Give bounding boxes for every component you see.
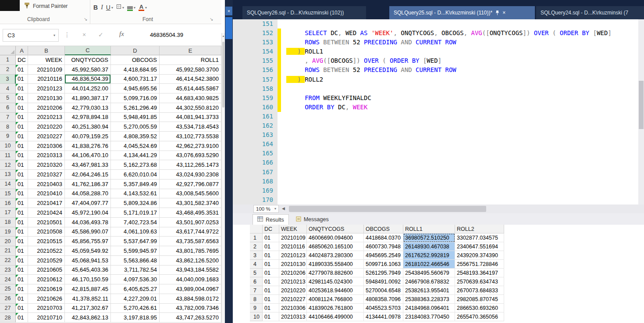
line-number[interactable]: 155 bbox=[233, 56, 278, 65]
results-cell[interactable]: 20210213 bbox=[279, 277, 307, 286]
code-line[interactable]: 152 SELECT DC, WED AS 'WEEK', ONQTYCOGS,… bbox=[233, 29, 644, 38]
row-header[interactable]: 22 bbox=[0, 256, 16, 266]
code-line[interactable]: 164 bbox=[233, 140, 644, 149]
column-header-A[interactable]: A bbox=[16, 46, 28, 55]
cell[interactable]: 01 bbox=[16, 103, 28, 113]
cell[interactable]: 3,711,782.54 bbox=[111, 266, 160, 275]
enter-icon[interactable]: ✓ bbox=[98, 31, 103, 38]
row-header[interactable]: 4 bbox=[0, 84, 16, 93]
cell[interactable]: 01 bbox=[16, 256, 28, 266]
cell[interactable]: 20210130 bbox=[28, 93, 65, 103]
results-cell[interactable]: 24667908.678832 bbox=[403, 277, 455, 286]
cell[interactable]: 20210605 bbox=[28, 266, 65, 275]
cell[interactable]: 20210522 bbox=[28, 246, 65, 256]
cell[interactable]: 44,040,009.1683 bbox=[160, 275, 221, 284]
cell[interactable]: 20210109 bbox=[28, 65, 65, 75]
line-number[interactable]: 165 bbox=[233, 149, 278, 158]
line-number[interactable]: 157 bbox=[233, 75, 278, 84]
cell[interactable]: 01 bbox=[16, 218, 28, 227]
results-cell[interactable]: 44024873.280300 bbox=[307, 251, 364, 260]
results-column-header-ROLL1[interactable]: ROLL1 bbox=[403, 225, 455, 233]
results-cell[interactable]: 20210206 bbox=[279, 269, 307, 277]
cell[interactable]: 4,061,109.63 bbox=[111, 227, 160, 237]
results-cell[interactable]: 01 bbox=[263, 233, 279, 242]
cell[interactable]: 01 bbox=[16, 313, 28, 323]
cell[interactable]: 20210220 bbox=[28, 122, 65, 132]
results-row-number[interactable]: 5 bbox=[250, 269, 263, 277]
row-header[interactable]: 15 bbox=[0, 189, 16, 199]
results-cell[interactable]: 20210313 bbox=[279, 312, 307, 321]
column-header-E[interactable]: E bbox=[160, 46, 221, 55]
results-cell[interactable]: 25438495.560679 bbox=[403, 269, 455, 277]
cell[interactable]: 20210313 bbox=[28, 151, 65, 161]
results-row-number[interactable]: 8 bbox=[250, 295, 263, 304]
cell[interactable]: 5,099,716.09 bbox=[111, 93, 160, 103]
tab-results[interactable]: Results bbox=[253, 214, 289, 225]
cell[interactable]: 44,106,470.10 bbox=[65, 151, 111, 161]
cell[interactable]: 01 bbox=[16, 304, 28, 313]
cell[interactable]: 47,404,097.77 bbox=[65, 198, 111, 208]
horizontal-scrollbar-thumb[interactable] bbox=[289, 206, 486, 212]
cell[interactable]: 5,162,273.68 bbox=[111, 160, 160, 170]
code-line[interactable]: 168 bbox=[233, 177, 644, 186]
cell[interactable]: 6,405,625.27 bbox=[111, 284, 160, 294]
results-row-number[interactable]: 1 bbox=[250, 233, 263, 242]
cell[interactable]: 4,808,359.52 bbox=[111, 132, 160, 141]
row-header[interactable]: 26 bbox=[0, 294, 16, 304]
results-row-number[interactable]: 6 bbox=[250, 277, 263, 286]
results-cell[interactable]: 2556751.728846 bbox=[455, 260, 504, 269]
cell[interactable]: 01 bbox=[16, 198, 28, 208]
clipboard-dialog-launcher-icon[interactable]: ↘ bbox=[84, 17, 87, 22]
results-cell[interactable]: 44106466.499000 bbox=[307, 312, 364, 321]
cell[interactable]: 20210515 bbox=[28, 237, 65, 246]
select-all-corner[interactable] bbox=[0, 46, 16, 55]
cell[interactable]: 3,197,818.95 bbox=[111, 313, 160, 323]
code-line[interactable]: 163 bbox=[233, 130, 644, 140]
results-cell[interactable]: 24184968.096401 bbox=[403, 304, 455, 312]
cell[interactable]: 4,600,731.17 bbox=[111, 75, 160, 84]
cell[interactable]: 4,097,536.30 bbox=[111, 275, 160, 284]
cell[interactable]: 20210213 bbox=[28, 113, 65, 122]
cell[interactable]: 44,014,252.00 bbox=[65, 84, 111, 93]
formula-bar-value[interactable]: 46836504.39 bbox=[150, 32, 183, 38]
results-cell[interactable]: 26176252.992819 bbox=[403, 251, 455, 260]
cell[interactable]: 01 bbox=[16, 151, 28, 161]
results-cell[interactable]: 26148930.467038 bbox=[403, 242, 455, 251]
row-header[interactable]: 13 bbox=[0, 170, 16, 179]
cell[interactable]: 42,978,894.18 bbox=[65, 113, 111, 122]
results-cell[interactable]: 01 bbox=[263, 251, 279, 260]
results-cell[interactable]: 4134441.0978 bbox=[364, 312, 403, 321]
bold-button[interactable]: B bbox=[93, 4, 98, 11]
cell[interactable]: 43,801,785.7695 bbox=[160, 246, 221, 256]
cell[interactable]: 41,217,302.67 bbox=[65, 304, 111, 313]
line-number[interactable]: 152 bbox=[233, 29, 278, 38]
tab-messages[interactable]: Messages bbox=[292, 214, 333, 225]
cell[interactable]: 44,302,550.8120 bbox=[160, 103, 221, 113]
cell[interactable]: 42,962,273.9100 bbox=[160, 141, 221, 151]
cell[interactable]: 6,620,010.04 bbox=[111, 170, 160, 179]
results-cell[interactable]: 41839026.761800 bbox=[307, 304, 364, 312]
code-line[interactable]: 154 ) ROLL1 bbox=[233, 47, 644, 56]
cell[interactable]: 46,414,542.3800 bbox=[160, 75, 221, 84]
cell[interactable]: 42,927,796.0877 bbox=[160, 179, 221, 189]
results-cell[interactable]: 01 bbox=[263, 277, 279, 286]
row-header[interactable]: 3 bbox=[0, 75, 16, 84]
line-number[interactable]: 169 bbox=[233, 186, 278, 195]
cell[interactable]: 20210529 bbox=[28, 256, 65, 266]
cell[interactable]: 43,024,930.2308 bbox=[160, 170, 221, 179]
cell[interactable]: 41,378,852.11 bbox=[65, 294, 111, 304]
cell[interactable]: 4,418,684.95 bbox=[111, 65, 160, 75]
cell[interactable]: 43,501,907.0253 bbox=[160, 218, 221, 227]
results-cell[interactable]: 5099716.1063 bbox=[364, 260, 403, 269]
row-header[interactable]: 20 bbox=[0, 237, 16, 246]
row-header[interactable]: 14 bbox=[0, 179, 16, 189]
cell[interactable]: 42,064,246.15 bbox=[65, 170, 111, 179]
results-column-header-ONQTYCOGS[interactable]: ONQTYCOGS bbox=[307, 225, 364, 233]
code-line[interactable]: 151 bbox=[233, 19, 644, 29]
results-cell[interactable]: 42981145.024300 bbox=[307, 277, 364, 286]
cell[interactable]: 01 bbox=[16, 227, 28, 237]
code-line[interactable]: 157 ) ROLL2 bbox=[233, 75, 644, 84]
results-column-header-DC[interactable]: DC bbox=[263, 225, 279, 233]
cell[interactable]: 5,563,866.48 bbox=[111, 256, 160, 266]
results-cell[interactable]: 26181022.466546 bbox=[403, 260, 455, 269]
